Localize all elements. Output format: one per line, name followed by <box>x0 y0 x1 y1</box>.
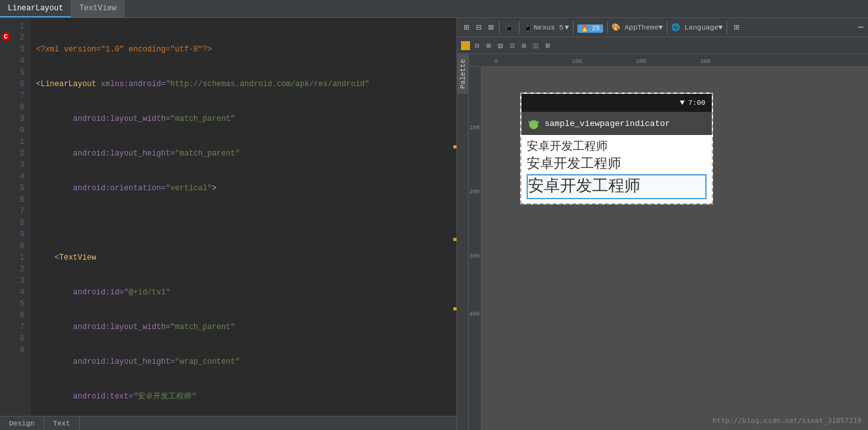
ruler-v-300: 300 <box>469 253 480 260</box>
code-line-9: android:layout_width="match_parent" <box>36 321 448 333</box>
warning-1 <box>453 145 457 148</box>
phone-icon: 📱 <box>523 23 532 31</box>
svg-point-2 <box>531 121 533 123</box>
phone-text-3: 安卓开发工程师 <box>527 174 707 199</box>
design-main: Palette 0 100 200 300 100 <box>457 54 868 430</box>
separator-4 <box>607 21 608 34</box>
ruler-horizontal: 0 100 200 300 <box>469 54 868 67</box>
tab-text[interactable]: Text <box>44 417 80 430</box>
svg-line-5 <box>537 121 539 123</box>
toolbar-align-btn7[interactable]: ⊠ <box>543 41 553 50</box>
ruler-v-400: 400 <box>469 311 480 318</box>
canvas-area: 0 100 200 300 100 200 300 400 <box>469 54 868 430</box>
toolbar-icons-row2: ⊟ ⊞ ▤ ⊡ ⊞ ◫ ⊠ <box>472 41 553 50</box>
tab-linearlayout[interactable]: LinearLayout <box>0 0 71 17</box>
toolbar-grid1-button[interactable]: ⊞ <box>461 22 472 33</box>
phone-status-bar: ▼ 7:00 <box>521 94 712 112</box>
device-name: Nexus 5 <box>534 24 563 31</box>
ruler-h-300: 300 <box>700 58 710 65</box>
code-line-4: android:layout_height="match_parent" <box>36 148 448 159</box>
code-line-7: <TextView <box>36 252 448 264</box>
design-panel: ⊞ ⊟ ⊠ 📱 📱 Nexus 5 ▼ 🔥 25 🎨 AppTheme▼ <box>457 18 868 430</box>
warning-3 <box>453 307 457 310</box>
design-toolbar: ⊞ ⊟ ⊠ 📱 📱 Nexus 5 ▼ 🔥 25 🎨 AppTheme▼ <box>457 18 868 37</box>
phone-text-2: 安卓开发工程师 <box>527 155 707 174</box>
ruler-h-0: 0 <box>494 58 498 65</box>
zoom-minus-button[interactable]: − <box>857 21 864 34</box>
toolbar-extra-btn[interactable]: ⊞ <box>731 22 742 33</box>
separator-2 <box>519 21 520 34</box>
toolbar-align-btn5[interactable]: ⊞ <box>519 41 529 50</box>
toolbar-align-btn4[interactable]: ⊡ <box>507 41 518 50</box>
status-time: 7:00 <box>689 99 705 107</box>
error-indicator: C <box>1 32 10 41</box>
code-area[interactable]: <?xml version="1.0" encoding="utf-8"?> <… <box>31 18 453 416</box>
svg-point-3 <box>535 121 537 123</box>
phone-mockup: ▼ 7:00 <box>520 93 713 204</box>
android-logo-icon <box>528 118 539 129</box>
tab-design[interactable]: Design <box>0 417 44 430</box>
canvas-body: 100 200 300 400 ▼ 7:00 <box>469 67 868 430</box>
code-line-1: <?xml version="1.0" encoding="utf-8"?> <box>36 44 448 55</box>
app-title-bar: sample_viewpagerindicator <box>521 112 712 135</box>
code-line-8: android:id="@+id/tv1" <box>36 287 448 298</box>
tab-bar: LinearLayout TextView <box>0 0 868 18</box>
svg-rect-1 <box>530 123 537 127</box>
editor-panel: C 1 2 3 4 5 6 7 8 9 0 1 2 3 4 5 6 7 <box>0 18 457 430</box>
palette-tab[interactable]: Palette <box>457 54 468 94</box>
toolbar-icons-left: ⊞ ⊟ ⊠ 📱 <box>461 21 521 34</box>
toolbar-align-btn3[interactable]: ▤ <box>495 41 506 50</box>
phone-text-1: 安卓开发工程师 <box>527 139 707 155</box>
wifi-icon: ▼ <box>680 98 684 107</box>
toolbar-grid2-button[interactable]: ⊟ <box>473 22 484 33</box>
api-badge: 🔥 25 <box>577 22 603 33</box>
language-selector[interactable]: 🌐 Language▼ <box>671 23 723 31</box>
code-line-5: android:orientation="vertical"> <box>36 183 448 194</box>
separator-1 <box>499 21 500 34</box>
code-line-10: android:layout_height="wrap_content" <box>36 356 448 368</box>
ruler-h-200: 200 <box>636 58 646 65</box>
line-numbers: 1 2 3 4 5 6 7 8 9 0 1 2 3 4 5 6 7 8 9 0 <box>12 18 31 416</box>
phone-content: 安卓开发工程师 安卓开发工程师 安卓开发工程师 <box>521 135 712 203</box>
tab-textview[interactable]: TextView <box>71 0 125 17</box>
toolbar-align-btn2[interactable]: ⊞ <box>484 41 494 50</box>
yellow-block-1 <box>461 41 470 50</box>
device-selector[interactable]: 📱 Nexus 5 ▼ <box>523 23 569 31</box>
bottom-tab-bar: Design Text <box>0 416 457 430</box>
warning-2 <box>453 238 457 241</box>
svg-line-4 <box>529 121 530 123</box>
toolbar-grid3-button[interactable]: ⊠ <box>485 22 496 33</box>
toolbar-align-btn1[interactable]: ⊟ <box>472 41 482 50</box>
ruler-v-200: 200 <box>469 189 480 195</box>
ruler-h-100: 100 <box>572 58 582 65</box>
theme-selector[interactable]: 🎨 AppTheme▼ <box>611 23 663 31</box>
separator-6 <box>727 21 727 34</box>
separator-3 <box>573 21 574 34</box>
toolbar-device-btn[interactable]: 📱 <box>502 22 516 33</box>
ruler-vertical: 100 200 300 400 <box>469 67 482 430</box>
code-line-11: android:text="安卓开发工程师" <box>36 391 448 402</box>
code-line-6 <box>36 217 448 229</box>
separator-5 <box>667 21 667 34</box>
toolbar-row-2: ⊟ ⊞ ▤ ⊡ ⊞ ◫ ⊠ <box>457 37 868 54</box>
ruler-v-100: 100 <box>469 125 480 131</box>
code-line-3: android:layout_width="match_parent" <box>36 113 448 125</box>
canvas-viewport: ▼ 7:00 <box>482 67 868 430</box>
ruler-marks-h: 0 100 200 300 <box>488 54 868 66</box>
code-line-2: <LinearLayout xmlns:android="http://sche… <box>36 78 448 90</box>
editor-body: C 1 2 3 4 5 6 7 8 9 0 1 2 3 4 5 6 7 <box>0 18 457 416</box>
watermark: http://blog.csdn.net/sinat_31057219 <box>712 417 862 425</box>
app-title: sample_viewpagerindicator <box>545 119 670 129</box>
palette-sidebar: Palette <box>457 54 469 430</box>
toolbar-align-btn6[interactable]: ◫ <box>530 41 541 50</box>
gutter-icons: C <box>0 18 12 416</box>
warning-markers <box>453 18 457 416</box>
main-content: C 1 2 3 4 5 6 7 8 9 0 1 2 3 4 5 6 7 <box>0 18 868 430</box>
